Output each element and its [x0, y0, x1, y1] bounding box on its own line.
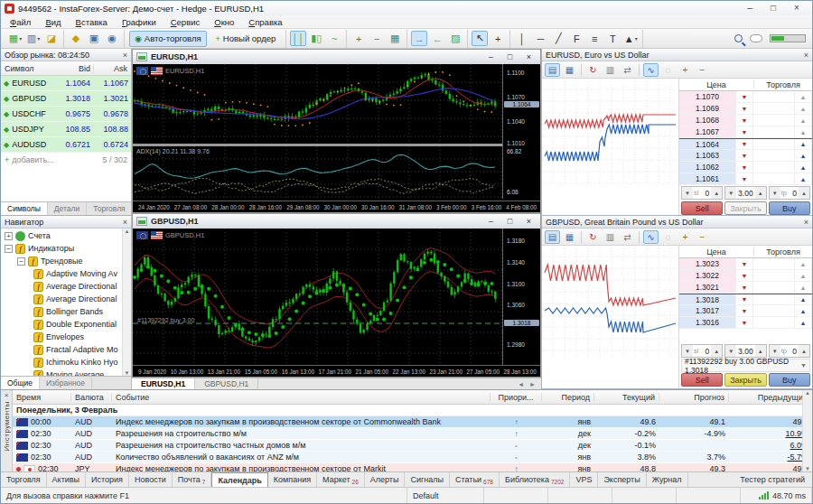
toolbox-tab-Компания[interactable]: Компания	[268, 472, 317, 487]
sell-chevron-icon[interactable]: ▼	[735, 258, 753, 269]
sell-chevron-icon[interactable]: ▼	[735, 139, 753, 149]
buy-chevron-icon[interactable]: ▲	[794, 282, 812, 293]
tree-node-Счета[interactable]: +Счета	[1, 229, 131, 242]
tab-Торговля[interactable]: Торговля	[87, 202, 133, 215]
buy-chevron-icon[interactable]: ▲	[794, 317, 812, 328]
chart-tab-GBPUSD,H1[interactable]: GBPUSD,H1	[195, 378, 258, 389]
zoom-in-icon[interactable]: +	[678, 63, 693, 77]
trade-cell[interactable]	[753, 317, 794, 328]
trade-cell[interactable]	[753, 126, 794, 137]
trade-cell[interactable]	[753, 139, 794, 149]
increment-icon[interactable]: ▲	[711, 187, 722, 199]
decrement-icon[interactable]: ▼	[770, 345, 780, 357]
calendar-row[interactable]: 02:30AUDРазрешения на строительство част…	[13, 440, 812, 452]
buy-chevron-icon[interactable]: ▲	[794, 270, 812, 281]
increment-icon[interactable]: ▲	[799, 345, 809, 357]
ladder-row[interactable]: 1.1061▼▲	[679, 173, 812, 185]
toolbox-tab-История[interactable]: История	[86, 472, 129, 487]
new-order-button[interactable]: +Новый ордер	[210, 31, 282, 47]
navigator-scrollbar[interactable]: ▲▼	[122, 229, 131, 376]
trade-cell[interactable]	[753, 270, 794, 281]
menu-Файл[interactable]: Файл	[3, 17, 38, 27]
close-icon[interactable]: ×	[123, 51, 127, 60]
column-header[interactable]: Ask	[93, 64, 131, 73]
maximize-button[interactable]: □	[762, 3, 785, 14]
algo-trading-icon[interactable]: ◪	[43, 31, 60, 46]
decrement-icon[interactable]: ▼	[725, 187, 736, 199]
eurusd-price-axis[interactable]: 1.11001.10701.10401.10101.106466.826.08	[502, 64, 540, 199]
ladder-row[interactable]: 1.3016▼▲	[679, 317, 812, 329]
menu-Справка[interactable]: Справка	[241, 17, 289, 27]
autotrade-button[interactable]: ◉Авто-торговля	[129, 31, 207, 47]
sell-chevron-icon[interactable]: ▼	[735, 126, 753, 137]
cursor-icon[interactable]: ↖	[472, 31, 488, 46]
calendar-row[interactable]: 02:30AUDКоличество объявлений о вакансия…	[13, 452, 812, 463]
bubbles-icon[interactable]: ◌	[660, 230, 676, 244]
refresh-icon[interactable]: ↻	[585, 63, 601, 77]
ladder-row[interactable]: 1.1069▼▲	[679, 103, 812, 115]
buy-chevron-icon[interactable]: ▲	[794, 126, 812, 137]
column-header[interactable]: Период	[542, 393, 594, 402]
trade-cell[interactable]	[753, 91, 794, 102]
zoom-out-icon[interactable]: −	[695, 230, 710, 244]
expand-icon[interactable]: +	[5, 232, 13, 240]
toolbox-tab-Почта[interactable]: Почта7	[173, 472, 212, 487]
close-icon[interactable]: ×	[521, 51, 537, 62]
buy-chevron-icon[interactable]: ▲	[794, 258, 812, 269]
scroll-up-icon[interactable]: ▲	[125, 229, 130, 234]
column-header[interactable]: Событие	[112, 393, 491, 402]
sell-chevron-icon[interactable]: ▼	[735, 294, 753, 304]
ladder-row[interactable]: 1.3017▼▲	[679, 305, 812, 317]
tab-Избранное[interactable]: Избранное	[40, 377, 92, 389]
bar-chart-icon[interactable]: ││	[290, 31, 306, 46]
depth-of-market-icon[interactable]: ▦	[562, 230, 577, 244]
menu-Окно[interactable]: Окно	[207, 17, 241, 27]
buy-chevron-icon[interactable]: ▲	[794, 305, 812, 316]
scroll-right-icon[interactable]: ►	[529, 381, 536, 387]
eurusd-buy-button[interactable]: Buy	[769, 201, 810, 215]
ladder-row[interactable]: 1.3018▼▲	[679, 294, 812, 305]
indicator-item[interactable]: fBollinger Bands	[1, 305, 131, 318]
line-chart-icon[interactable]: ~	[326, 31, 342, 46]
eurusd-take-profit-stepper[interactable]: ▼tp0▲	[769, 186, 810, 200]
decrement-icon[interactable]: ▼	[770, 187, 780, 199]
buy-chevron-icon[interactable]: ▲	[794, 103, 812, 114]
ladder-row[interactable]: 1.1070▼▲	[679, 91, 812, 103]
buy-chevron-icon[interactable]: ▲	[794, 91, 812, 102]
gbpusd-tick-chart[interactable]	[542, 246, 679, 388]
toolbox-tab-Маркет[interactable]: Маркет26	[317, 472, 365, 487]
menu-Сервис[interactable]: Сервис	[164, 17, 208, 27]
sell-chevron-icon[interactable]: ▼	[735, 173, 753, 184]
market-watch-row[interactable]: ◆GBPUSD1.30181.3021	[1, 91, 131, 107]
candle-chart-icon[interactable]: ▮▯	[308, 31, 324, 46]
toolbox-tab-VPS[interactable]: VPS	[570, 472, 598, 487]
eurusd-chart-body[interactable]: EURUSD,H1 ADX(14) 20.21 11.38 9.76 1.110…	[133, 64, 540, 212]
menu-Вставка[interactable]: Вставка	[69, 17, 115, 27]
decrement-icon[interactable]: ▼	[682, 345, 693, 357]
decrement-icon[interactable]: ▼	[725, 345, 736, 357]
eurusd-volume-stepper[interactable]: ▼3.00▲	[724, 186, 766, 200]
trade-cell[interactable]	[753, 173, 794, 184]
eurusd-adx-plot[interactable]: ADX(14) 20.21 11.38 9.76	[133, 146, 502, 199]
column-header[interactable]: Предыдущий	[729, 393, 812, 402]
close-icon[interactable]: ×	[521, 216, 537, 227]
ladder-row[interactable]: 1.1068▼▲	[679, 115, 812, 126]
ladder-row[interactable]: 1.1062▼▲	[679, 162, 812, 173]
calendar-row[interactable]: 02:30AUDРазрешения на строительство м/м↑…	[13, 428, 812, 440]
close-icon[interactable]: ×	[804, 218, 808, 227]
minimize-button[interactable]: –	[738, 3, 762, 14]
market-watch-row[interactable]: ◆USDCHF0.96750.9678	[1, 107, 131, 122]
toolbox-tab-Сигналы[interactable]: Сигналы	[405, 472, 450, 487]
crosshair-icon[interactable]: +	[490, 31, 506, 46]
expand-icon[interactable]: −	[5, 245, 13, 253]
close-button[interactable]: ×	[785, 3, 808, 14]
eurusd-price-plot[interactable]	[133, 64, 502, 144]
toolbox-tab-Алерты[interactable]: Алерты	[365, 472, 406, 487]
market-watch-row[interactable]: ◆EURUSD1.10641.1067	[1, 76, 131, 91]
trade-cell[interactable]	[753, 150, 794, 161]
buy-chevron-icon[interactable]: ▲	[794, 173, 812, 184]
shapes-icon[interactable]: ▲▾	[622, 31, 639, 46]
menu-Графики[interactable]: Графики	[115, 17, 164, 27]
ladder-row[interactable]: 1.1063▼▲	[679, 150, 812, 162]
ladder-row[interactable]: 1.1064▼▲	[679, 138, 812, 150]
